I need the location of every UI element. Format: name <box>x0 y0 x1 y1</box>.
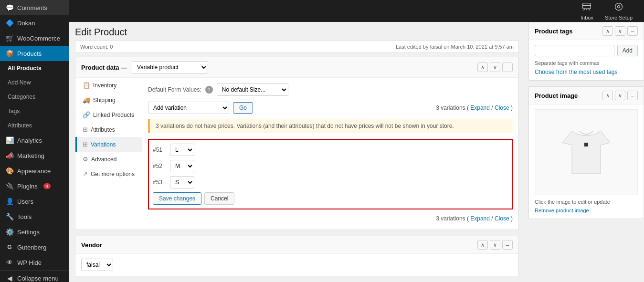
marketing-icon: 📣 <box>6 152 13 159</box>
variation-row-51: #51 L M S XL XS <box>153 144 508 156</box>
sidebar: 💬 Comments 🔷 Dokan 🛒 WooCommerce 📦 Produ… <box>0 0 69 282</box>
sidebar-item-settings[interactable]: ⚙️ Settings <box>0 224 69 240</box>
product-tags-up-button[interactable]: ∧ <box>602 26 613 36</box>
topbar: Inbox Store Setup <box>69 0 644 22</box>
inventory-icon: 📋 <box>83 82 90 89</box>
attributes-icon: ⊞ <box>83 126 88 133</box>
vendor-controls: ∧ ∨ – <box>477 240 513 250</box>
vendor-body: faisal admin <box>75 254 518 276</box>
sidebar-item-marketing[interactable]: 📣 Marketing <box>0 148 69 163</box>
users-icon: 👤 <box>6 198 13 205</box>
tab-get-more-options[interactable]: ↗ Get more options <box>75 167 142 181</box>
product-image-thumbnail[interactable] <box>535 109 638 195</box>
variation-size-select-52[interactable]: L M S XL XS <box>170 160 194 172</box>
sidebar-item-products[interactable]: 📦 Products <box>0 46 69 61</box>
remove-image-link[interactable]: Remove product image <box>535 208 589 213</box>
settings-icon: ⚙️ <box>6 228 13 236</box>
tab-attributes[interactable]: ⊞ Attributes <box>75 122 142 137</box>
sidebar-item-collapse[interactable]: ◀ Collapse menu <box>0 270 69 282</box>
product-type-select[interactable]: Variable product <box>132 61 208 73</box>
collapse-down-button[interactable]: ∨ <box>490 63 500 72</box>
variation-num-53: #53 <box>153 179 166 186</box>
variation-num-52: #52 <box>153 163 166 169</box>
dokan-icon: 🔷 <box>6 19 13 27</box>
sidebar-item-dokan[interactable]: 🔷 Dokan <box>0 15 69 31</box>
sidebar-item-analytics[interactable]: 📊 Analytics <box>0 133 69 148</box>
cancel-button[interactable]: Cancel <box>204 192 234 205</box>
bottom-expand-link[interactable]: Expand <box>470 215 490 222</box>
product-image-up-button[interactable]: ∧ <box>602 91 613 100</box>
variation-num-51: #51 <box>153 146 166 153</box>
product-image-header: Product image ∧ ∨ – <box>529 87 644 104</box>
sidebar-item-plugins[interactable]: 🔌 Plugins 4 <box>0 178 69 194</box>
tab-shipping[interactable]: 🚚 Shipping <box>75 93 142 107</box>
variation-row-52: #52 L M S XL XS <box>153 160 508 172</box>
sidebar-item-all-products[interactable]: All Products <box>0 61 69 75</box>
vendor-section: Vendor ∧ ∨ – faisal admin <box>75 236 519 276</box>
add-variation-row: Add variation Go 3 variations ( Expand /… <box>148 102 513 114</box>
vendor-collapse-up-button[interactable]: ∧ <box>477 240 488 250</box>
tab-inventory[interactable]: 📋 Inventory <box>75 78 142 93</box>
right-sidebar: Product tags ∧ ∨ – Add Separate tags wit… <box>525 22 644 282</box>
sidebar-item-wp-hide[interactable]: 👁 WP Hide <box>0 255 69 270</box>
warning-box: 3 variations do not have prices. Variati… <box>148 119 513 133</box>
sidebar-item-users[interactable]: 👤 Users <box>0 194 69 209</box>
get-more-options-icon: ↗ <box>83 170 88 178</box>
sidebar-item-add-new[interactable]: Add New <box>0 75 69 90</box>
vendor-collapse-down-button[interactable]: ∨ <box>490 240 500 250</box>
expand-link[interactable]: Expand <box>470 104 490 111</box>
sidebar-item-tools[interactable]: 🔧 Tools <box>0 209 69 224</box>
product-image-minimize-button[interactable]: – <box>627 91 638 100</box>
store-setup-icon <box>614 2 623 14</box>
vendor-minimize-button[interactable]: – <box>502 240 513 250</box>
product-tags-header: Product tags ∧ ∨ – <box>529 22 644 40</box>
variation-size-select-51[interactable]: L M S XL XS <box>170 144 194 156</box>
word-count-right: Last edited by faisal on March 10, 2021 … <box>396 44 514 50</box>
collapse-icon: ◀ <box>6 274 13 282</box>
sidebar-item-gutenberg[interactable]: G Gutenberg <box>0 240 69 255</box>
add-tag-button[interactable]: Add <box>617 45 638 56</box>
product-data-inner: 📋 Inventory 🚚 Shipping 🔗 Linked Products <box>75 78 518 230</box>
tab-advanced[interactable]: ⚙ Advanced <box>75 152 142 167</box>
tags-input[interactable] <box>535 45 614 56</box>
page-title: Edit Product <box>75 22 519 41</box>
svg-rect-3 <box>584 143 588 146</box>
product-tags-down-button[interactable]: ∨ <box>615 26 625 36</box>
close-link[interactable]: Close <box>495 104 509 111</box>
tab-variations[interactable]: ⊞ Variations <box>75 137 142 152</box>
product-image-widget: Product image ∧ ∨ – <box>528 86 644 219</box>
inbox-button[interactable]: Inbox <box>575 0 599 22</box>
sidebar-item-attributes[interactable]: Attributes <box>0 118 69 133</box>
product-image-controls: ∧ ∨ – <box>602 91 638 100</box>
svg-point-1 <box>615 3 622 10</box>
product-tags-minimize-button[interactable]: – <box>627 26 638 36</box>
tshirt-image <box>558 121 615 183</box>
comments-icon: 💬 <box>6 4 13 11</box>
bottom-close-link[interactable]: Close <box>495 215 509 222</box>
sidebar-item-tags[interactable]: Tags <box>0 104 69 118</box>
add-variation-select[interactable]: Add variation <box>148 102 229 114</box>
woocommerce-icon: 🛒 <box>6 34 13 42</box>
choose-tags-link[interactable]: Choose from the most used tags <box>535 69 638 75</box>
sidebar-item-woocommerce[interactable]: 🛒 WooCommerce <box>0 31 69 46</box>
tools-icon: 🔧 <box>6 213 13 220</box>
default-size-select[interactable]: No default Size... <box>217 84 288 96</box>
shipping-icon: 🚚 <box>83 96 90 104</box>
bottom-variation-count: 3 variations ( Expand / Close ) <box>148 213 513 224</box>
vendor-select[interactable]: faisal admin <box>81 259 113 271</box>
sidebar-item-appearance[interactable]: 🎨 Appearance <box>0 163 69 178</box>
variation-size-select-53[interactable]: L M S XL XS <box>170 176 194 188</box>
product-tags-widget: Product tags ∧ ∨ – Add Separate tags wit… <box>528 22 644 81</box>
product-tags-body: Add Separate tags with commas Choose fro… <box>529 40 644 80</box>
tab-linked-products[interactable]: 🔗 Linked Products <box>75 107 142 122</box>
collapse-up-button[interactable]: ∧ <box>477 63 488 72</box>
help-icon[interactable]: ? <box>205 86 213 94</box>
sidebar-item-categories[interactable]: Categories <box>0 90 69 104</box>
save-changes-button[interactable]: Save changes <box>153 192 201 205</box>
svg-rect-0 <box>583 3 591 9</box>
go-button[interactable]: Go <box>233 102 253 114</box>
sidebar-item-comments[interactable]: 💬 Comments <box>0 0 69 15</box>
minimize-button[interactable]: – <box>502 63 513 72</box>
product-image-down-button[interactable]: ∨ <box>615 91 625 100</box>
store-setup-button[interactable]: Store Setup <box>599 0 638 22</box>
